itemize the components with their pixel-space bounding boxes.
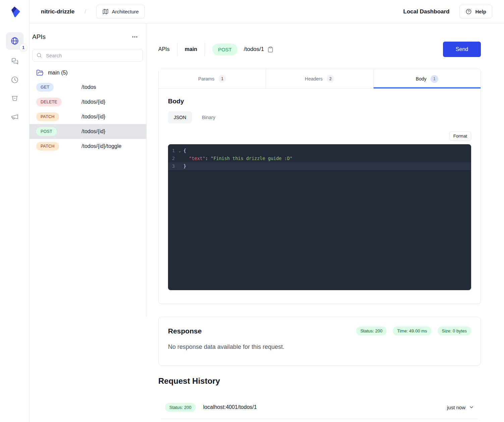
divider bbox=[205, 43, 205, 56]
status-badge: Status: 200 bbox=[356, 326, 387, 335]
endpoint-path: /todos/{id} bbox=[81, 128, 105, 135]
tab-count-badge: 2 bbox=[327, 75, 334, 83]
sidebar-item-websockets[interactable] bbox=[8, 55, 21, 68]
editor-line: 2 "text": "Finish this drizzle guide :D" bbox=[168, 155, 471, 162]
endpoint-list: GET /todos DELETE /todos/{id} PATCH /tod… bbox=[30, 80, 146, 154]
bucket-icon bbox=[11, 94, 19, 102]
breadcrumb-api-name: main bbox=[185, 46, 197, 52]
sidebar-item-apis[interactable]: 1 bbox=[6, 32, 23, 50]
request-history-title: Request History bbox=[158, 376, 481, 386]
globe-icon bbox=[10, 37, 19, 45]
size-badge: Size: 0 bytes bbox=[438, 326, 471, 335]
time-badge: Time: 49.00 ms bbox=[393, 326, 431, 335]
nitric-logo[interactable] bbox=[0, 0, 29, 23]
format-button[interactable]: Format bbox=[449, 131, 471, 141]
breadcrumb-separator: / bbox=[85, 9, 86, 15]
copy-url-button[interactable] bbox=[267, 46, 274, 53]
history-url: localhost:4001/todos/1 bbox=[203, 404, 257, 410]
endpoint-path: /todos/{id}/toggle bbox=[81, 143, 121, 149]
divider bbox=[177, 43, 177, 56]
method-badge: PATCH bbox=[36, 142, 59, 151]
json-body-editor[interactable]: 1 ⌄ { 2 "text": "Finish this drizzle gui… bbox=[168, 144, 471, 290]
endpoint-path: /todos/{id} bbox=[81, 114, 105, 120]
endpoint-patch-todos-id[interactable]: PATCH /todos/{id} bbox=[30, 109, 146, 124]
method-badge: POST bbox=[36, 127, 57, 136]
tab-headers[interactable]: Headers 2 bbox=[266, 69, 373, 89]
tab-label: Headers bbox=[305, 76, 323, 82]
folder-open-icon bbox=[36, 69, 44, 76]
request-card: Params 1 Headers 2 Body 1 Body bbox=[158, 69, 481, 304]
line-number: 3 bbox=[172, 162, 176, 170]
tab-count-badge: 1 bbox=[431, 75, 438, 83]
tab-label: Params bbox=[198, 76, 214, 82]
clipboard-icon bbox=[267, 46, 274, 53]
response-badges: Status: 200 Time: 49.00 ms Size: 0 bytes bbox=[356, 326, 471, 335]
request-method-badge: POST bbox=[212, 44, 237, 55]
endpoint-get-todos[interactable]: GET /todos bbox=[30, 80, 146, 95]
sidebar-item-storage[interactable] bbox=[8, 92, 21, 105]
local-dashboard-title: Local Dashboard bbox=[403, 8, 450, 15]
endpoint-patch-todos-id-toggle[interactable]: PATCH /todos/{id}/toggle bbox=[30, 139, 146, 154]
editor-line-active: 3 } bbox=[168, 162, 471, 170]
code-token: "Finish this drizzle guide :D" bbox=[211, 156, 292, 161]
tab-label: Body bbox=[416, 76, 427, 82]
endpoint-post-todos-id[interactable]: POST /todos/{id} bbox=[30, 124, 146, 139]
panel-menu-button[interactable] bbox=[130, 32, 139, 42]
chevron-down-icon[interactable] bbox=[469, 405, 474, 410]
mode-json[interactable]: JSON bbox=[168, 111, 192, 123]
send-button[interactable]: Send bbox=[443, 42, 481, 57]
project-name: nitric-drizzle bbox=[41, 8, 74, 15]
mode-binary[interactable]: Binary bbox=[196, 111, 221, 123]
history-status-badge: Status: 200 bbox=[165, 403, 196, 412]
request-tabs: Params 1 Headers 2 Body 1 bbox=[159, 69, 481, 89]
help-circle-icon bbox=[465, 8, 472, 15]
editor-line: 1 ⌄ { bbox=[168, 147, 471, 155]
response-empty-message: No response data available for this requ… bbox=[168, 344, 471, 351]
endpoint-path: /todos/{id} bbox=[81, 99, 105, 105]
megaphone-icon bbox=[11, 113, 19, 121]
code-token: : bbox=[205, 156, 211, 161]
main-content: APIs main POST /todos/1 Sen bbox=[147, 23, 504, 419]
apis-panel-title: APIs bbox=[32, 33, 46, 41]
apis-panel: APIs main bbox=[30, 23, 147, 317]
tab-params[interactable]: Params 1 bbox=[159, 69, 266, 89]
help-button[interactable]: Help bbox=[459, 5, 492, 18]
line-number: 1 bbox=[172, 147, 176, 155]
history-time: just now bbox=[447, 405, 465, 410]
ellipsis-icon bbox=[131, 34, 138, 40]
search-input[interactable] bbox=[32, 49, 143, 62]
help-label: Help bbox=[475, 9, 486, 14]
breadcrumb-apis: APIs bbox=[158, 46, 170, 52]
tab-body[interactable]: Body 1 bbox=[374, 69, 481, 89]
sidebar-item-topics[interactable] bbox=[8, 110, 21, 123]
architecture-button[interactable]: Architecture bbox=[96, 5, 145, 18]
nitric-local-dashboard: 1 bbox=[0, 0, 504, 422]
response-title: Response bbox=[168, 327, 202, 335]
sidebar-item-schedules[interactable] bbox=[8, 73, 21, 87]
code-token bbox=[183, 156, 189, 161]
method-badge: GET bbox=[36, 83, 54, 92]
apis-count-badge: 1 bbox=[19, 44, 27, 52]
method-badge: DELETE bbox=[36, 98, 62, 106]
top-bar: nitric-drizzle / Architecture Local Dash… bbox=[30, 0, 504, 23]
divider bbox=[161, 419, 478, 419]
clock-icon bbox=[11, 76, 19, 84]
fold-spacer bbox=[176, 155, 183, 162]
search-icon bbox=[36, 52, 42, 58]
history-row[interactable]: Status: 200 localhost:4001/todos/1 just … bbox=[158, 400, 481, 415]
nitric-logo-icon bbox=[7, 4, 22, 19]
endpoint-delete-todos-id[interactable]: DELETE /todos/{id} bbox=[30, 95, 146, 109]
code-token: "text" bbox=[189, 156, 205, 161]
body-section-title: Body bbox=[168, 98, 471, 105]
api-folder-main[interactable]: main (5) bbox=[30, 62, 146, 80]
chat-icon bbox=[11, 57, 19, 65]
folder-label: main (5) bbox=[48, 70, 68, 76]
request-path: /todos/1 bbox=[244, 46, 264, 53]
method-badge: PATCH bbox=[36, 112, 59, 121]
fold-chevron-icon[interactable]: ⌄ bbox=[176, 147, 183, 155]
line-number: 2 bbox=[172, 155, 176, 162]
code-token: } bbox=[183, 163, 186, 169]
endpoint-path: /todos bbox=[81, 84, 96, 90]
response-card: Response Status: 200 Time: 49.00 ms Size… bbox=[158, 317, 481, 366]
request-bar: APIs main POST /todos/1 Sen bbox=[158, 42, 481, 57]
